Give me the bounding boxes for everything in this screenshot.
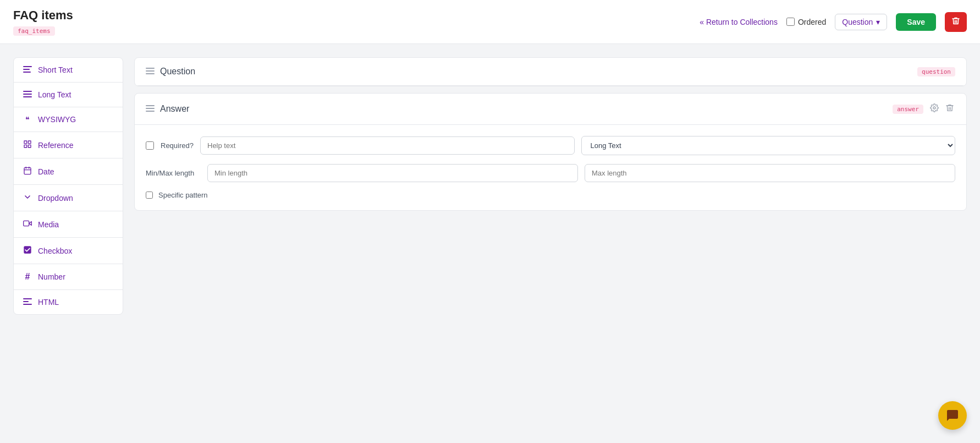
sidebar-item-reference[interactable]: Reference <box>14 132 123 158</box>
main-layout: Short Text Long Text ❝ WYSIWYG <box>0 44 980 328</box>
svg-rect-5 <box>23 96 32 97</box>
sidebar-item-label: Reference <box>38 141 74 150</box>
chevron-down-icon: ▾ <box>876 18 880 26</box>
svg-rect-9 <box>28 145 31 147</box>
sidebar-item-label: Short Text <box>38 65 73 74</box>
sidebar-item-date[interactable]: Date <box>14 158 123 185</box>
delete-field-button[interactable] <box>944 102 955 116</box>
media-icon <box>23 219 32 229</box>
sidebar-item-label: Long Text <box>38 90 71 99</box>
question-dropdown[interactable]: Question ▾ <box>835 14 887 30</box>
sidebar-item-short-text[interactable]: Short Text <box>14 58 123 83</box>
required-row: Required? Long Text Short Text WYSIWYG <box>146 136 955 155</box>
sidebar-item-label: Number <box>38 272 65 281</box>
svg-point-26 <box>933 107 935 109</box>
answer-field-header: Answer answer <box>135 94 966 125</box>
long-text-icon <box>23 90 32 99</box>
sidebar-item-checkbox[interactable]: Checkbox <box>14 238 123 264</box>
sidebar-item-long-text[interactable]: Long Text <box>14 83 123 107</box>
date-icon <box>23 166 32 177</box>
checkbox-icon <box>23 245 32 256</box>
answer-field-badge: answer <box>893 105 923 114</box>
specific-pattern-label: Specific pattern <box>158 191 208 199</box>
required-checkbox[interactable] <box>146 141 154 150</box>
drag-icon <box>146 67 155 76</box>
svg-rect-4 <box>23 94 32 95</box>
question-dropdown-label: Question <box>842 18 873 26</box>
svg-rect-20 <box>146 68 155 69</box>
svg-rect-1 <box>23 69 30 70</box>
html-icon <box>23 298 32 307</box>
sidebar-item-label: Dropdown <box>38 194 73 203</box>
required-label: Required? <box>161 141 194 150</box>
sidebar-item-html[interactable]: HTML <box>14 290 123 314</box>
min-length-input[interactable] <box>207 164 578 182</box>
sidebar-item-label: HTML <box>38 298 59 307</box>
answer-field-body: Required? Long Text Short Text WYSIWYG M… <box>135 125 966 210</box>
page-header: FAQ items faq_items « Return to Collecti… <box>0 0 980 44</box>
answer-field-card: Answer answer <box>134 93 967 211</box>
reference-icon <box>23 140 32 150</box>
save-button[interactable]: Save <box>896 13 936 31</box>
collection-badge: faq_items <box>13 26 55 36</box>
header-left: FAQ items faq_items <box>13 8 73 36</box>
sidebar-item-number[interactable]: # Number <box>14 264 123 290</box>
ordered-checkbox[interactable] <box>786 18 795 26</box>
sidebar: Short Text Long Text ❝ WYSIWYG <box>13 57 123 315</box>
svg-rect-23 <box>146 105 155 106</box>
trash-icon <box>945 103 954 112</box>
dropdown-icon <box>23 193 32 203</box>
svg-rect-2 <box>23 72 31 73</box>
page-title: FAQ items <box>13 8 73 23</box>
type-select[interactable]: Long Text Short Text WYSIWYG <box>581 136 956 155</box>
fields-content: Question question Answer answer <box>134 57 967 315</box>
sidebar-item-dropdown[interactable]: Dropdown <box>14 185 123 211</box>
number-icon: # <box>23 272 32 282</box>
return-to-collections-link[interactable]: « Return to Collections <box>700 18 778 26</box>
answer-field-name: Answer <box>160 104 887 114</box>
svg-marker-14 <box>29 222 32 226</box>
specific-pattern-checkbox[interactable] <box>146 192 153 199</box>
short-text-icon <box>23 65 32 74</box>
svg-rect-7 <box>28 141 31 144</box>
svg-rect-0 <box>23 66 32 67</box>
question-field-badge: question <box>917 67 955 76</box>
svg-rect-3 <box>23 91 32 92</box>
sidebar-item-wysiwyg[interactable]: ❝ WYSIWYG <box>14 107 123 132</box>
svg-rect-6 <box>24 141 27 144</box>
max-length-input[interactable] <box>585 164 955 182</box>
question-field-card: Question question <box>134 57 967 86</box>
question-field-name: Question <box>160 67 912 76</box>
trash-icon <box>951 17 960 25</box>
sidebar-item-label: Checkbox <box>38 247 72 255</box>
svg-rect-21 <box>146 70 155 72</box>
wysiwyg-icon: ❝ <box>23 115 32 124</box>
svg-rect-22 <box>146 73 155 74</box>
svg-rect-19 <box>23 304 32 305</box>
svg-rect-10 <box>24 168 31 174</box>
answer-field-actions <box>929 102 955 116</box>
sidebar-item-label: WYSIWYG <box>38 115 76 124</box>
sidebar-item-label: Date <box>38 167 54 176</box>
specific-pattern-row: Specific pattern <box>146 191 955 199</box>
svg-rect-15 <box>24 221 29 226</box>
sidebar-item-label: Media <box>38 220 59 229</box>
minmax-label: Min/Max length <box>146 169 201 177</box>
svg-rect-8 <box>24 145 27 147</box>
svg-rect-18 <box>23 301 29 302</box>
svg-rect-24 <box>146 108 155 109</box>
svg-rect-25 <box>146 111 155 112</box>
help-text-input[interactable] <box>200 136 575 155</box>
ordered-label[interactable]: Ordered <box>786 18 826 26</box>
gear-icon <box>930 103 939 112</box>
settings-button[interactable] <box>929 102 940 116</box>
ordered-text: Ordered <box>798 18 826 26</box>
question-field-header: Question question <box>135 58 966 86</box>
drag-icon <box>146 104 155 114</box>
delete-button[interactable] <box>945 12 967 32</box>
header-right: « Return to Collections Ordered Question… <box>700 12 967 32</box>
minmax-row: Min/Max length <box>146 164 955 182</box>
svg-rect-17 <box>23 298 32 299</box>
sidebar-item-media[interactable]: Media <box>14 211 123 238</box>
